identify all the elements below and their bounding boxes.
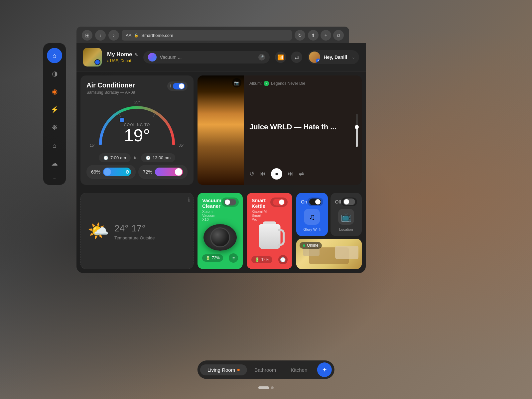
ac-info: Air Conditioner Samsung Boracay — AR09 (86, 81, 135, 95)
devices-row: Vacuum Cleaner Xiaomi Vacuum — X10 🔋 (198, 193, 362, 269)
kettle-battery-icon: 🔋 (255, 257, 260, 262)
time-range: 🕐 7:00 am to 🕐 13:00 pm (86, 153, 188, 162)
clock-icon-end: 🕐 (146, 156, 151, 160)
tv-name: Location (339, 227, 353, 231)
page-dot-2 (271, 386, 274, 389)
siri-bar[interactable]: Vacuum ... 🎤 (143, 51, 270, 64)
home-name: My Home ✎ (107, 51, 138, 58)
volume-thumb[interactable] (355, 125, 359, 129)
sidebar-item-security[interactable]: ⌂ (47, 138, 62, 153)
tab-bathroom[interactable]: Bathroom (247, 364, 283, 375)
tab-kitchen[interactable]: Kitchen (283, 364, 315, 375)
vacuum-header: Vacuum Cleaner Xiaomi Vacuum — X10 (202, 198, 238, 221)
sidebar-expand-icon[interactable]: ⌄ (53, 175, 57, 180)
repeat-button[interactable]: ↺ (249, 170, 254, 178)
music-info: Album: ♪ Legends Never Die Juice WRLD — … (244, 75, 362, 185)
ac-card: Air Conditioner Samsung Boracay — AR09 I (80, 75, 194, 185)
wifi-toggle-track (309, 199, 321, 205)
wifi-card: On ♫ Glory Wi-fi (296, 193, 328, 236)
app-container: My Home ✎ UAE, Dubai Vacuum ... 🎤 📶 ⇄ He… (76, 43, 366, 273)
weather-label: Temperature Outside (114, 235, 155, 240)
wifi-icon-wrap: ♫ (304, 209, 320, 225)
header-icons: 📶 ⇄ (275, 52, 302, 63)
tv-toggle[interactable] (341, 198, 357, 206)
svg-line-1 (119, 113, 121, 117)
kettle-toggle[interactable] (270, 198, 288, 207)
prev-button[interactable]: ⏮ (260, 170, 266, 177)
wifi-card-header: On (301, 198, 323, 206)
kettle-footer: 🔋 12% 🕐 (251, 255, 287, 264)
url-text: Smarthome.com (141, 33, 173, 38)
humidity-row: 69% 72% (86, 165, 188, 179)
shuffle-button[interactable]: ⇌ (299, 170, 304, 178)
sidebar-item-automation[interactable]: ❋ (47, 120, 62, 135)
user-badge[interactable]: Hey, Danill ⌄ (308, 50, 359, 64)
kettle-info: Smart Kettle Xiaomi Mi Smart — Pro (251, 198, 270, 221)
ac-header: Air Conditioner Samsung Boracay — AR09 I (86, 81, 188, 95)
second-row-grid: 🌤️ 24° 17° Temperature Outside ℹ Vacuu (76, 193, 366, 273)
new-tab-button[interactable]: ＋ (321, 30, 331, 41)
siri-mic-icon: 🎤 (258, 54, 265, 61)
tab-grid-button[interactable]: ⊞ (82, 30, 92, 41)
gauge-max-label: 35° (179, 143, 184, 147)
share-button[interactable]: ⬆ (308, 30, 319, 41)
sidebar-item-lights[interactable]: ◉ (47, 84, 62, 99)
wifi-tv-grid: On ♫ Glory Wi-fi (296, 193, 362, 236)
wifi-toggle[interactable] (307, 198, 323, 206)
tabs-button[interactable]: ⧉ (333, 30, 344, 41)
sidebar-item-energy[interactable]: ⚡ (47, 102, 62, 117)
vacuum-subtitle: Xiaomi Vacuum — X10 (202, 209, 221, 221)
volume-fill (356, 127, 358, 147)
tab-living-room[interactable]: Living Room (200, 364, 247, 375)
tab-living-room-label: Living Room (207, 367, 235, 373)
svg-line-2 (153, 113, 155, 117)
kettle-header: Smart Kettle Xiaomi Mi Smart — Pro (251, 198, 287, 221)
vacuum-settings-icon[interactable]: ≋ (229, 253, 238, 263)
vacuum-toggle-track (224, 199, 236, 205)
battery-icon: 🔋 (205, 256, 210, 260)
gauge-top-label: 25° (134, 100, 140, 104)
address-bar[interactable]: AA 🔒 Smarthome.com (122, 30, 292, 41)
camera-card: Online (296, 239, 362, 269)
reload-button[interactable]: ↻ (295, 30, 305, 41)
ac-toggle[interactable]: I (167, 81, 188, 91)
time-start-pill[interactable]: 🕐 7:00 am (99, 153, 131, 162)
album-name: Legends Never Die (271, 81, 305, 86)
sidebar-item-analytics[interactable]: ◑ (47, 66, 62, 81)
humidity-2: 72% (143, 169, 152, 175)
water-mode-toggle[interactable] (155, 168, 183, 176)
share-home-icon[interactable]: ⇄ (291, 52, 302, 63)
online-status: Online (307, 243, 319, 248)
tv-off-label: Off (335, 199, 341, 204)
time-end-pill[interactable]: 🕐 13:00 pm (141, 153, 175, 162)
sidebar-item-weather[interactable]: ☁ (47, 156, 62, 171)
time-to-label: to (134, 155, 138, 160)
add-room-button[interactable]: + (317, 362, 332, 377)
tab-bathroom-label: Bathroom (254, 367, 276, 373)
weather-info-icon[interactable]: ℹ (188, 197, 190, 203)
forward-button[interactable]: › (108, 30, 119, 41)
next-button[interactable]: ⏭ (288, 170, 294, 177)
edit-home-icon[interactable]: ✎ (134, 52, 138, 57)
vacuum-card: Vacuum Cleaner Xiaomi Vacuum — X10 🔋 (198, 193, 243, 269)
page-indicator (258, 386, 274, 389)
user-avatar (309, 52, 320, 63)
humidity-pill-2: 72% (138, 165, 188, 179)
chevron-down-icon: ⌄ (352, 55, 355, 60)
back-button[interactable]: ‹ (95, 30, 106, 41)
tv-toggle-track (343, 199, 355, 205)
wifi-status-icon[interactable]: 📶 (275, 52, 286, 63)
browser-toolbar: ⊞ ‹ › AA 🔒 Smarthome.com ↻ ⬆ ＋ ⧉ (76, 27, 349, 44)
camera-icon[interactable]: 📷 (232, 78, 241, 87)
volume-bar (356, 114, 358, 147)
fan-mode-toggle[interactable] (103, 168, 131, 176)
weather-info: 24° 17° Temperature Outside (114, 222, 155, 240)
gauge-container: 25° COOLING TO 19° 15° 35° (86, 97, 188, 151)
sidebar-item-home[interactable]: ⌂ (47, 48, 62, 63)
stop-button[interactable]: ■ (271, 168, 282, 180)
kettle-battery: 🔋 12% (251, 256, 272, 263)
vacuum-toggle[interactable] (221, 198, 239, 207)
home-info: My Home ✎ UAE, Dubai (107, 51, 138, 63)
aa-label: AA (126, 33, 131, 38)
kettle-timer-icon[interactable]: 🕐 (278, 255, 288, 264)
